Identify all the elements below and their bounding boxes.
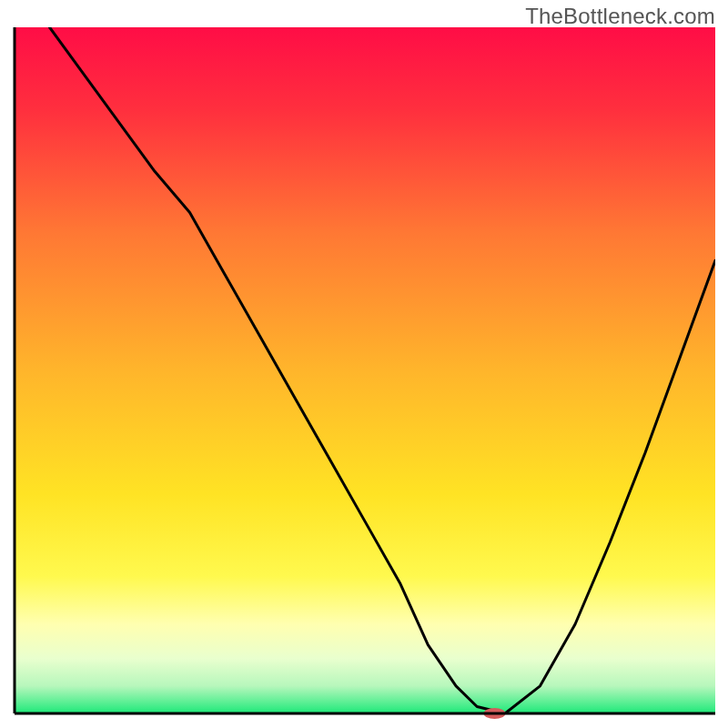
bottleneck-chart [0,0,728,728]
watermark-text: TheBottleneck.com [525,4,715,29]
plot-background-gradient [15,27,715,713]
chart-container: TheBottleneck.com [0,0,728,728]
